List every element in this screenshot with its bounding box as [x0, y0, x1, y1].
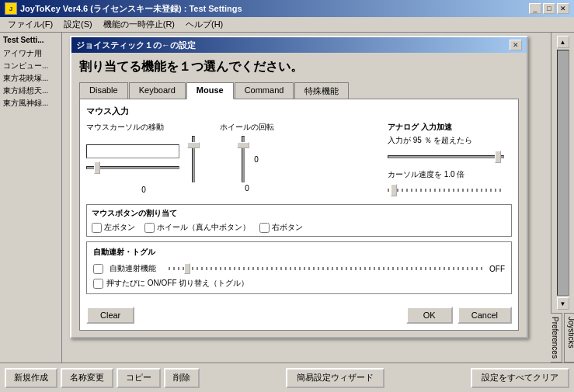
autofire-title: 自動連射・トグル — [93, 247, 505, 258]
x-slider-track — [86, 166, 179, 169]
menu-pause[interactable]: 機能の一時停止(R) — [99, 18, 179, 31]
delete-button[interactable]: 削除 — [164, 368, 200, 388]
wheel-group: ホイールの回転 0 0 — [220, 122, 274, 198]
button-assign-section: マウスボタンの割り当て 左ボタン ホイール（真ん中ボタン） — [86, 204, 512, 237]
button-checkboxes: 左ボタン ホイール（真ん中ボタン） 右ボタン — [92, 222, 506, 233]
middle-button-label: ホイール（真ん中ボタン） — [144, 222, 250, 233]
analog-slider-track — [388, 155, 504, 158]
left-button-label: 左ボタン — [92, 222, 135, 233]
y-slider-group — [186, 136, 201, 184]
clear-all-button[interactable]: 設定をすべてクリア — [471, 368, 569, 388]
ok-button[interactable]: OK — [406, 307, 453, 324]
title-bar: J JoyToKey Ver4.6 (ライセンスキー未登録) : Test Se… — [0, 0, 574, 17]
autofire-checkbox[interactable] — [93, 264, 103, 274]
minimize-button[interactable]: _ — [529, 3, 541, 14]
left-button-checkbox[interactable] — [92, 223, 102, 233]
analog-title: アナログ 入力加速 — [388, 122, 512, 133]
analog-slider-thumb[interactable] — [495, 151, 501, 163]
cursor-sliders — [86, 136, 201, 184]
ok-cancel-group: OK Cancel — [406, 307, 512, 324]
middle-button-checkbox[interactable] — [144, 223, 155, 233]
x-slider-container — [86, 160, 179, 175]
close-button[interactable]: ✕ — [557, 3, 569, 14]
new-button[interactable]: 新規作成 — [5, 368, 57, 388]
scroll-down-button[interactable]: ▼ — [557, 297, 569, 310]
left-list: アイワナ用 コンピュー... 東方花映塚... 東方緋想天... 東方風神録..… — [2, 47, 60, 109]
right-button-checkbox[interactable] — [259, 223, 270, 233]
dialog-close-button[interactable]: ✕ — [510, 40, 522, 50]
dialog: ジョイスティック１の←の設定 ✕ 割り当てる機能を１つ選んでください。 Disa… — [70, 36, 528, 338]
list-item[interactable]: 東方風神録... — [2, 97, 60, 109]
dialog-buttons: Clear OK Cancel — [86, 302, 512, 324]
dialog-title-bar: ジョイスティック１の←の設定 ✕ — [71, 37, 527, 53]
x-slider-thumb[interactable] — [94, 161, 100, 174]
analog-subtitle: 入力が 95 ％ を超えたら — [388, 135, 512, 146]
center-panel: ジョイスティック１の←の設定 ✕ 割り当てる機能を１つ選んでください。 Disa… — [62, 33, 551, 363]
left-button-text: 左ボタン — [104, 222, 135, 233]
wheel-v-container — [235, 136, 251, 182]
cursor-move-group: マウスカーソルの移動 — [86, 122, 201, 198]
scroll-track — [557, 50, 569, 296]
autofire-slider-container — [169, 262, 483, 275]
cancel-button[interactable]: Cancel — [457, 307, 512, 324]
dialog-subtitle: 割り当てる機能を１つ選んでください。 — [79, 59, 519, 75]
app-icon: J — [5, 2, 17, 15]
dialog-title: ジョイスティック１の←の設定 — [76, 40, 196, 51]
menu-file[interactable]: ファイル(F) — [3, 18, 57, 31]
tab-disable[interactable]: Disable — [79, 82, 128, 99]
x-slider-group — [86, 144, 179, 175]
toggle-label: 押すたびに ON/OFF 切り替え（トグル） — [106, 278, 249, 289]
wheel-y-value: 0 — [245, 184, 249, 193]
right-button-text: 右ボタン — [272, 222, 303, 233]
tab-mouse[interactable]: Mouse — [186, 82, 234, 99]
left-panel-title: Test Setti... — [2, 34, 60, 46]
cursor-speed-track — [388, 189, 504, 192]
y-slider-thumb[interactable] — [187, 142, 200, 148]
toggle-checkbox[interactable] — [93, 279, 103, 289]
analog-section: アナログ 入力加速 入力が 95 ％ を超えたら カーソル速度を 1.0 倍 — [388, 122, 512, 198]
main-area: Test Setti... アイワナ用 コンピュー... 東方花映塚... 東方… — [0, 33, 574, 363]
list-item[interactable]: 東方花映塚... — [2, 72, 60, 85]
cursor-bottom-value: 0 — [86, 186, 201, 194]
autofire-slider-thumb[interactable] — [184, 263, 190, 274]
wizard-button[interactable]: 簡易設定ウィザード — [286, 368, 384, 388]
analog-slider-container — [388, 149, 504, 165]
cursor-speed-thumb[interactable] — [391, 184, 397, 196]
menu-bar: ファイル(F) 設定(S) 機能の一時停止(R) ヘルプ(H) — [0, 17, 574, 33]
wheel-x-value: 0 — [254, 155, 259, 164]
menu-help[interactable]: ヘルプ(H) — [181, 18, 228, 31]
right-tabs: Joysticks Preferences — [548, 313, 575, 363]
tab-keyboard[interactable]: Keyboard — [129, 82, 186, 99]
tab-special[interactable]: 特殊機能 — [294, 82, 349, 99]
left-panel: Test Setti... アイワナ用 コンピュー... 東方花映塚... 東方… — [0, 33, 62, 363]
window-controls: _ □ ✕ — [529, 3, 569, 14]
wheel-v-thumb[interactable] — [237, 142, 249, 148]
app-title: JoyToKey Ver4.6 (ライセンスキー未登録) : Test Sett… — [20, 3, 242, 15]
list-item[interactable]: 東方緋想天... — [2, 85, 60, 97]
autofire-slider-track — [169, 267, 483, 270]
middle-button-text: ホイール（真ん中ボタン） — [157, 222, 250, 233]
right-button-label: 右ボタン — [259, 222, 303, 233]
tab-content-area: マウス入力 マウスカーソルの移動 — [79, 99, 519, 331]
tab-joysticks[interactable]: Joysticks — [564, 313, 575, 363]
copy-button[interactable]: コピー — [117, 368, 161, 388]
tab-bar: Disable Keyboard Mouse Command 特殊機能 — [79, 82, 519, 99]
clear-button[interactable]: Clear — [86, 307, 134, 324]
x-value-input[interactable] — [86, 144, 179, 158]
list-item[interactable]: アイワナ用 — [2, 47, 60, 60]
tab-command[interactable]: Command — [235, 82, 294, 99]
rename-button[interactable]: 名称変更 — [61, 368, 113, 388]
wheel-label: ホイールの回転 — [220, 122, 274, 133]
section-label: マウス入力 — [86, 106, 512, 117]
wheel-sliders: 0 — [235, 136, 259, 182]
scroll-up-button[interactable]: ▲ — [557, 36, 569, 48]
right-panel: ▲ ▼ Joysticks Preferences — [551, 33, 574, 363]
button-assign-title: マウスボタンの割り当て — [92, 208, 506, 219]
cursor-move-label: マウスカーソルの移動 — [86, 122, 201, 133]
maximize-button[interactable]: □ — [543, 3, 555, 14]
menu-settings[interactable]: 設定(S) — [59, 18, 97, 31]
autofire-row: 自動連射機能 OFF — [93, 262, 505, 275]
cursor-speed-slider-container — [388, 182, 504, 198]
list-item[interactable]: コンピュー... — [2, 60, 60, 72]
mouse-input-row: マウスカーソルの移動 — [86, 122, 512, 198]
